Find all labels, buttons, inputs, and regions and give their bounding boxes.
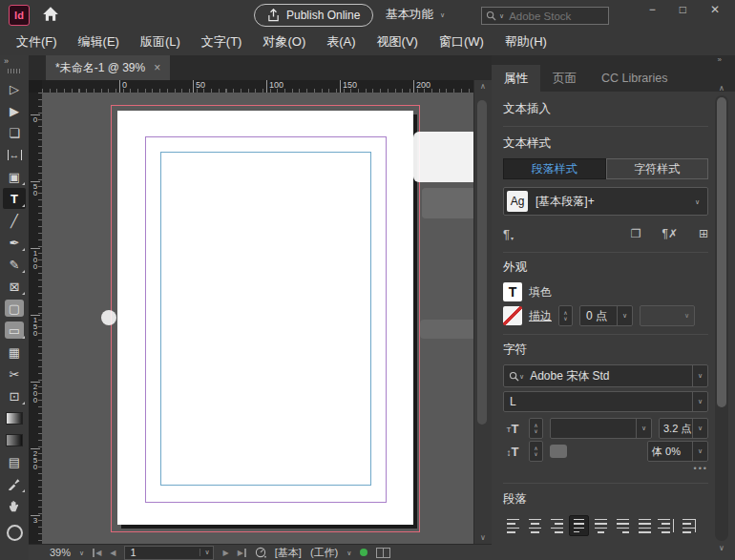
spread-view-icon[interactable] xyxy=(376,548,390,558)
zoom-tool[interactable] xyxy=(3,517,26,538)
search-scope-chevron-icon[interactable]: ∨ xyxy=(499,12,504,19)
redefine-style-icon[interactable]: ¶✗ xyxy=(662,227,678,240)
stroke-weight-stepper[interactable]: ∧ ∨ xyxy=(558,305,573,326)
workspace-switcher[interactable]: 基本功能 ∨ xyxy=(386,0,445,29)
preflight-profile[interactable]: (工作) xyxy=(310,546,338,560)
tab-pages[interactable]: 页面 xyxy=(540,65,589,92)
line-tool[interactable]: ╱ xyxy=(3,210,26,231)
stepper-down-icon[interactable]: ∨ xyxy=(534,428,537,434)
page-number-field[interactable]: ∨ xyxy=(124,546,214,560)
pen-tool[interactable]: ✒ xyxy=(3,232,26,253)
scrollbar-thumb[interactable] xyxy=(717,97,726,407)
vertical-grid-tool[interactable]: ▦ xyxy=(3,342,26,363)
preflight-icon[interactable] xyxy=(255,547,266,558)
hand-tool[interactable] xyxy=(3,495,26,516)
pencil-tool[interactable]: ✎ xyxy=(3,254,26,275)
first-page-button[interactable]: ◀ xyxy=(93,549,101,557)
rectangle-tool[interactable]: ▭ xyxy=(3,320,26,341)
align-center-button[interactable] xyxy=(525,515,545,536)
gradient-feather-tool[interactable] xyxy=(3,429,26,450)
align-left-button[interactable] xyxy=(503,515,523,536)
gap-tool[interactable]: ↔ xyxy=(3,144,26,165)
tools-expand-button[interactable]: » xyxy=(0,55,9,68)
stepper-down-icon[interactable]: ∨ xyxy=(534,451,537,457)
justify-last-left-button[interactable] xyxy=(569,515,589,536)
page-tool[interactable]: ❏ xyxy=(3,122,26,143)
stroke-weight-dropdown[interactable]: 0 点 ∨ xyxy=(579,305,633,326)
page-list-chevron-icon[interactable]: ∨ xyxy=(200,549,213,556)
close-icon[interactable]: × xyxy=(154,61,160,74)
load-styles-icon[interactable]: ❐ xyxy=(631,227,641,240)
eyedropper-tool[interactable] xyxy=(3,473,26,494)
selection-tool[interactable]: ▶ xyxy=(3,100,26,121)
scroll-up-icon[interactable]: ∧ xyxy=(714,84,729,93)
leading-stepper[interactable]: ∧ ∨ xyxy=(529,441,543,462)
direct-selection-tool[interactable]: ▷ xyxy=(3,78,26,99)
paragraph-style-dropdown[interactable]: Ag [基本段落]+ ∨ xyxy=(503,187,708,216)
type-tool[interactable]: T xyxy=(3,188,26,209)
preflight-preset[interactable]: [基本] xyxy=(275,546,302,560)
publish-online-button[interactable]: Publish Online xyxy=(254,4,373,27)
font-size-dropdown[interactable]: ∨ xyxy=(550,418,652,439)
ruler-origin-box[interactable] xyxy=(29,80,43,93)
adobe-stock-search[interactable]: ∨ xyxy=(481,7,609,25)
font-style-dropdown[interactable]: L ∨ xyxy=(503,391,708,412)
menu-item-0[interactable]: 文件(F) xyxy=(6,33,68,51)
character-styles-tab[interactable]: 字符样式 xyxy=(606,158,709,179)
frame-tool[interactable]: ⊠ xyxy=(3,276,26,297)
scroll-down-icon[interactable]: ∨ xyxy=(714,544,729,552)
search-input[interactable] xyxy=(507,10,591,23)
chevron-down-icon[interactable]: ∨ xyxy=(692,392,707,411)
menu-item-5[interactable]: 表(A) xyxy=(316,33,366,51)
scissors-tool[interactable]: ✂ xyxy=(3,363,26,384)
tab-cc-libraries[interactable]: CC Libraries xyxy=(589,65,680,92)
chevron-down-icon[interactable]: ∨ xyxy=(636,419,651,438)
gradient-swatch-tool[interactable] xyxy=(3,407,26,428)
chevron-down-icon[interactable]: ∨ xyxy=(617,306,632,325)
horizontal-ruler[interactable]: 050100150200 xyxy=(42,80,474,93)
content-collector-tool[interactable]: ▣ xyxy=(3,166,26,187)
menu-item-7[interactable]: 窗口(W) xyxy=(429,33,494,51)
canvas-scrollbar[interactable]: ∧ ∨ xyxy=(473,80,492,544)
free-transform-tool[interactable]: ⊡ xyxy=(3,385,26,406)
justify-last-right-button[interactable] xyxy=(613,515,633,536)
new-style-icon[interactable]: ⊞ xyxy=(699,227,708,240)
maximize-button[interactable]: □ xyxy=(680,3,686,16)
tools-grip-handle[interactable] xyxy=(8,69,21,73)
page-number-input[interactable] xyxy=(125,546,200,559)
paragraph-options-button[interactable]: ¶ ▾ xyxy=(503,227,514,241)
close-button[interactable]: ✕ xyxy=(710,3,720,16)
minimize-button[interactable]: − xyxy=(649,3,656,16)
more-options-icon[interactable]: ••• xyxy=(503,464,708,473)
zoom-level[interactable]: 39% xyxy=(50,547,71,558)
zoom-chevron-icon[interactable]: ∨ xyxy=(79,550,84,556)
align-away-spine-button[interactable] xyxy=(679,515,699,536)
align-to-spine-button[interactable] xyxy=(657,515,677,536)
menu-item-1[interactable]: 编辑(E) xyxy=(68,33,130,51)
fill-swatch[interactable]: T xyxy=(503,282,522,301)
stroke-swatch[interactable] xyxy=(503,306,522,325)
document-tab[interactable]: *未命名-1 @ 39% × xyxy=(46,55,170,80)
tab-properties[interactable]: 属性 xyxy=(492,65,540,92)
home-icon[interactable] xyxy=(42,6,61,23)
next-page-button[interactable]: ▶ xyxy=(222,549,228,557)
chevron-down-icon[interactable]: ∨ xyxy=(680,306,694,325)
vertical-ruler[interactable]: 05 01 0 01 5 02 0 02 5 03 xyxy=(29,93,42,544)
stroke-link[interactable]: 描边 xyxy=(529,308,552,324)
menu-item-3[interactable]: 文字(T) xyxy=(191,33,253,51)
scrollbar-thumb[interactable] xyxy=(477,100,487,425)
panel-scrollbar[interactable]: ∧ ∨ xyxy=(714,84,729,552)
rectangle-frame-tool[interactable]: ▢ xyxy=(3,298,26,319)
menu-item-4[interactable]: 对象(O) xyxy=(252,33,316,51)
menu-item-8[interactable]: 帮助(H) xyxy=(494,33,557,51)
align-right-button[interactable] xyxy=(547,515,567,536)
chevron-down-icon[interactable]: ∨ xyxy=(692,365,707,386)
justify-last-center-button[interactable] xyxy=(591,515,611,536)
font-family-dropdown[interactable]: ∨ Adobe 宋体 Std ∨ xyxy=(503,364,708,387)
chevron-down-icon[interactable]: ∨ xyxy=(692,442,707,461)
leading-dropdown[interactable]: 体 0% ∨ xyxy=(647,441,708,462)
font-size-preset-dropdown[interactable]: 3.2 点 ∨ xyxy=(659,418,708,439)
scroll-up-icon[interactable]: ∧ xyxy=(474,82,492,91)
stepper-down-icon[interactable]: ∨ xyxy=(563,316,567,321)
paragraph-styles-tab[interactable]: 段落样式 xyxy=(503,158,606,179)
